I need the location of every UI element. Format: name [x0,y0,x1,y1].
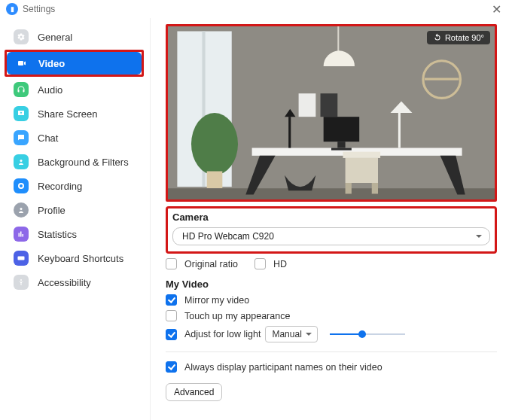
svg-rect-10 [207,172,223,189]
chat-icon [14,130,29,145]
svg-rect-28 [425,78,459,81]
low-light-mode-select[interactable]: Manual [265,326,317,342]
sidebar-item-statistics[interactable]: Statistics [6,223,142,245]
background-icon [14,154,29,169]
close-icon[interactable]: ✕ [487,2,506,17]
sidebar-item-label: Chat [38,132,58,144]
original-ratio-checkbox[interactable] [166,258,177,269]
svg-rect-30 [321,93,338,117]
svg-rect-29 [299,93,316,117]
svg-rect-22 [288,117,291,148]
always-display-names-checkbox[interactable] [166,361,177,373]
svg-rect-20 [337,142,345,148]
svg-point-9 [191,113,238,175]
mirror-video-label: Mirror my video [184,295,249,306]
svg-rect-17 [346,183,352,193]
sidebar-item-label: Video [38,58,65,69]
rotate-label: Rotate 90° [445,33,484,42]
content-pane: Rotate 90° Camera HD Pro Webcam C920 Ori… [151,18,512,420]
svg-rect-11 [168,188,495,199]
sidebar-item-profile[interactable]: Profile [6,199,142,221]
sidebar-item-recording[interactable]: Recording [6,175,142,197]
original-ratio-label: Original ratio [184,259,238,269]
keyboard-icon [14,251,29,266]
sidebar-item-label: Audio [38,84,62,96]
camera-section-highlight: Camera HD Pro Webcam C920 [166,206,497,254]
svg-rect-15 [343,152,381,158]
sidebar-item-share-screen[interactable]: Share Screen [6,102,142,125]
window-title: Settings [23,4,55,14]
svg-rect-19 [324,117,360,142]
sidebar: General Video Audio Share Screen [0,18,151,420]
sidebar-item-label: Keyboard Shortcuts [38,253,123,264]
sidebar-item-accessibility[interactable]: Accessibility [6,271,142,294]
gear-icon [14,29,29,44]
share-screen-icon [14,106,29,121]
svg-point-0 [20,160,23,162]
low-light-mode-value: Manual [272,329,301,339]
touch-up-checkbox[interactable] [166,310,177,321]
sidebar-item-label: Share Screen [38,108,98,120]
always-display-names-label: Always display participant names on thei… [184,362,382,373]
sidebar-item-keyboard-shortcuts[interactable]: Keyboard Shortcuts [6,247,142,269]
slider-thumb[interactable] [358,330,366,338]
titlebar: ▮ Settings ✕ [0,0,512,18]
sidebar-item-label: Recording [38,181,82,192]
sidebar-video-highlight: Video [5,50,144,77]
hd-label: HD [273,259,287,269]
my-video-section-title: My Video [166,278,497,290]
separator [166,352,497,352]
headphones-icon [14,82,29,97]
sidebar-item-audio[interactable]: Audio [6,78,142,101]
svg-rect-18 [372,183,378,193]
sidebar-item-general[interactable]: General [6,26,142,48]
video-preview-highlight: Rotate 90° [166,24,497,202]
mirror-video-checkbox[interactable] [166,294,177,306]
video-icon [14,56,29,71]
sidebar-item-background-filters[interactable]: Background & Filters [6,151,142,173]
svg-rect-16 [346,158,378,183]
sidebar-item-chat[interactable]: Chat [6,126,142,149]
svg-rect-21 [331,148,352,151]
sidebar-item-label: Accessibility [38,277,91,288]
svg-point-3 [20,208,23,210]
low-light-label: Adjust for low light [184,329,261,339]
sidebar-item-label: General [38,32,72,43]
svg-rect-4 [18,257,25,260]
app-icon: ▮ [6,3,18,15]
camera-select[interactable]: HD Pro Webcam C920 [172,227,490,245]
video-preview: Rotate 90° [168,26,495,199]
profile-icon [14,202,29,218]
rotate-90-button[interactable]: Rotate 90° [427,31,490,44]
camera-selected-value: HD Pro Webcam C920 [182,231,274,242]
svg-rect-24 [398,109,401,148]
sidebar-item-label: Background & Filters [38,157,129,168]
recording-icon [14,178,29,193]
accessibility-icon [14,275,29,290]
svg-point-5 [20,279,22,281]
sidebar-item-label: Profile [38,205,66,216]
statistics-icon [14,227,29,242]
rotate-icon [433,33,442,42]
low-light-checkbox[interactable] [166,329,177,340]
sidebar-item-video[interactable]: Video [7,52,142,75]
low-light-slider[interactable] [330,329,405,339]
svg-point-2 [20,184,23,187]
hd-checkbox[interactable] [254,258,266,269]
sidebar-item-label: Statistics [38,229,77,240]
camera-section-title: Camera [172,212,490,223]
advanced-label: Advanced [174,387,214,397]
svg-rect-26 [337,26,339,55]
touch-up-label: Touch up my appearance [184,311,290,321]
advanced-button[interactable]: Advanced [166,383,222,401]
